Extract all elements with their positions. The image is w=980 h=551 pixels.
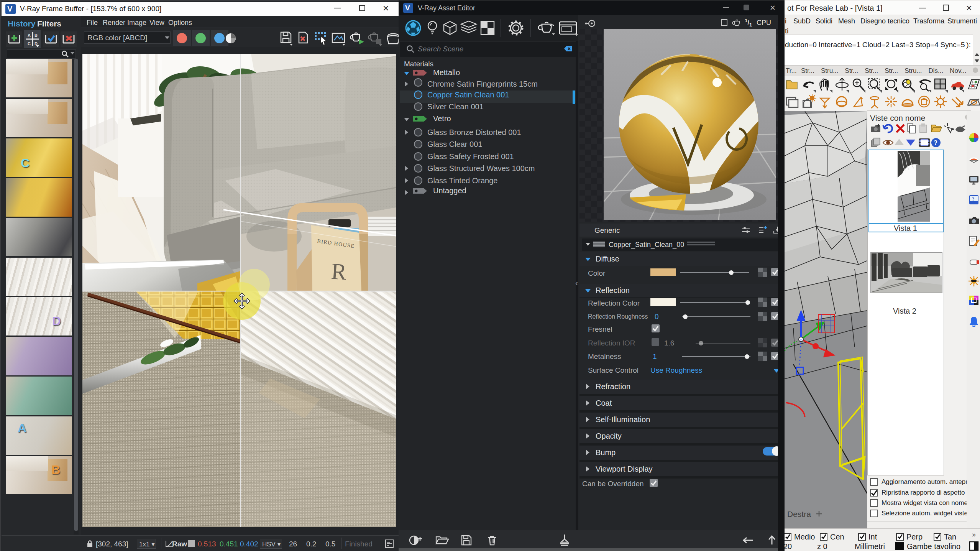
svg-text:A: A xyxy=(28,33,31,38)
svg-text:C: C xyxy=(28,41,31,46)
svg-text:R: R xyxy=(330,258,348,285)
svg-text:Destra: Destra xyxy=(787,510,811,518)
svg-text:B: B xyxy=(34,33,38,38)
svg-text:?: ? xyxy=(934,139,937,147)
svg-text:?: ? xyxy=(972,196,975,202)
